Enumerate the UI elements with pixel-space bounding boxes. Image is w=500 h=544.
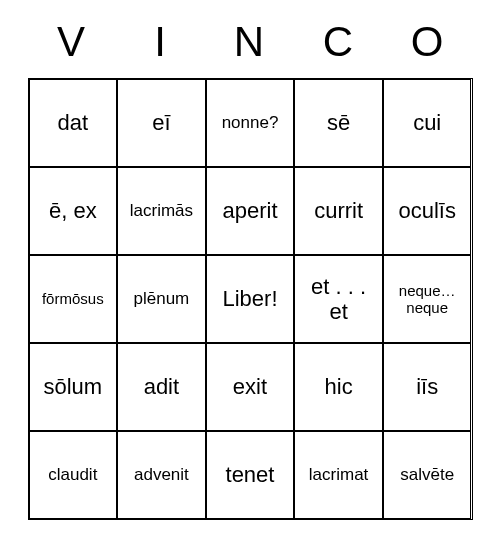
bingo-cell[interactable]: fōrmōsus xyxy=(29,255,118,343)
bingo-cell[interactable]: lacrimat xyxy=(294,431,383,519)
bingo-cell[interactable]: nonne? xyxy=(206,79,295,167)
bingo-cell[interactable]: et . . . et xyxy=(294,255,383,343)
bingo-cell[interactable]: exit xyxy=(206,343,295,431)
bingo-cell[interactable]: plēnum xyxy=(117,255,206,343)
bingo-cell[interactable]: cui xyxy=(383,79,472,167)
header-letter-v: V xyxy=(28,18,117,66)
bingo-cell[interactable]: adit xyxy=(117,343,206,431)
header-letter-c: C xyxy=(295,18,384,66)
bingo-cell[interactable]: currit xyxy=(294,167,383,255)
bingo-cell[interactable]: dat xyxy=(29,79,118,167)
bingo-grid: dat eī nonne? sē cui ē, ex lacrimās aper… xyxy=(28,78,473,520)
bingo-cell[interactable]: neque…neque xyxy=(383,255,472,343)
header-letter-o: O xyxy=(384,18,473,66)
bingo-header-row: V I N C O xyxy=(28,18,473,66)
bingo-cell[interactable]: eī xyxy=(117,79,206,167)
bingo-cell[interactable]: tenet xyxy=(206,431,295,519)
bingo-cell[interactable]: advenit xyxy=(117,431,206,519)
bingo-cell[interactable]: aperit xyxy=(206,167,295,255)
bingo-cell[interactable]: claudit xyxy=(29,431,118,519)
bingo-cell[interactable]: sōlum xyxy=(29,343,118,431)
bingo-cell[interactable]: Liber! xyxy=(206,255,295,343)
bingo-card: V I N C O dat eī nonne? sē cui ē, ex lac… xyxy=(28,18,473,520)
bingo-cell[interactable]: lacrimās xyxy=(117,167,206,255)
bingo-cell[interactable]: iīs xyxy=(383,343,472,431)
bingo-cell[interactable]: oculīs xyxy=(383,167,472,255)
header-letter-i: I xyxy=(117,18,206,66)
bingo-cell[interactable]: sē xyxy=(294,79,383,167)
bingo-cell[interactable]: ē, ex xyxy=(29,167,118,255)
bingo-cell[interactable]: hic xyxy=(294,343,383,431)
bingo-cell[interactable]: salvēte xyxy=(383,431,472,519)
header-letter-n: N xyxy=(206,18,295,66)
